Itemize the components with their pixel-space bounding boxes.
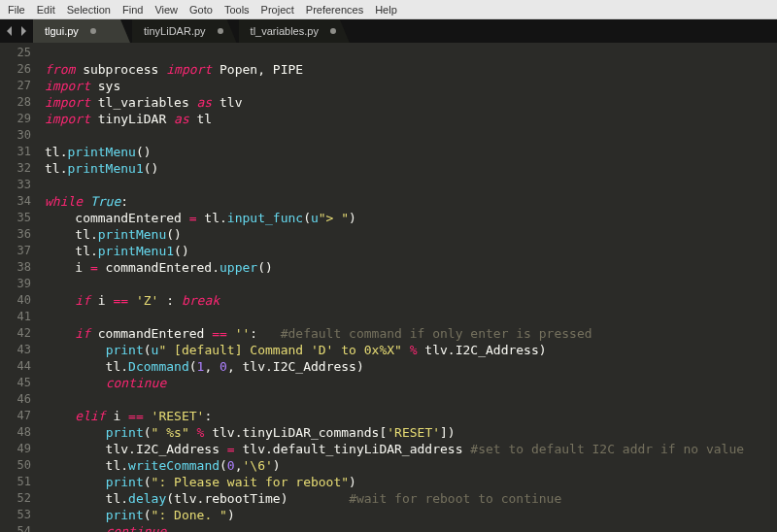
menu-tools[interactable]: Tools (219, 4, 255, 16)
code-line[interactable]: elif i == 'RESET': (45, 408, 777, 424)
code-line[interactable]: tl.delay(tlv.rebootTime) #wait for reboo… (45, 490, 777, 507)
code-line[interactable] (45, 391, 777, 408)
tab-tinylidar-py[interactable]: tinyLiDAR.py (132, 19, 237, 43)
line-number: 52 (0, 490, 31, 507)
token-pun: ) (349, 475, 356, 489)
token-var: i (90, 293, 113, 308)
token-var: sys (90, 79, 120, 93)
code-line[interactable]: tl.printMenu1() (45, 160, 777, 177)
token-pun: , (235, 458, 243, 473)
code-area[interactable]: from subprocess import Popen, PIPEimport… (39, 43, 777, 532)
menu-edit[interactable]: Edit (31, 4, 61, 16)
code-line[interactable]: tl.printMenu() (45, 226, 777, 243)
code-line[interactable]: import tl_variables as tlv (45, 94, 777, 111)
menu-selection[interactable]: Selection (61, 4, 117, 16)
code-line[interactable]: print(u" [default] Command 'D' to 0x%X" … (45, 342, 777, 358)
token-op: == (113, 293, 128, 308)
tab-tl_variables-py[interactable]: tl_variables.py (239, 19, 350, 43)
code-line[interactable]: if commandEntered == '': #default comman… (45, 325, 777, 342)
token-var (128, 293, 136, 308)
code-line[interactable]: continue (45, 523, 777, 532)
token-pun: , (227, 359, 243, 374)
token-pun: : (204, 409, 212, 423)
menu-find[interactable]: Find (117, 4, 149, 16)
code-line[interactable]: print(": Please wait for reboot") (45, 474, 777, 490)
token-var: tl_variables (90, 95, 197, 110)
token-kw: continue (106, 524, 167, 532)
line-number: 41 (0, 309, 31, 325)
tab-nav-left-icon[interactable] (6, 22, 14, 40)
token-var (45, 475, 106, 489)
token-kw: import (45, 112, 90, 126)
code-line[interactable]: import sys (45, 78, 777, 94)
code-line[interactable]: import tinyLiDAR as tl (45, 111, 777, 127)
line-number: 38 (0, 259, 31, 276)
token-var: I2C_Address (136, 442, 220, 456)
token-var: I2C_Address (273, 359, 356, 374)
token-cmt: #set to default I2C addr if no value (470, 442, 744, 456)
token-var: I2C_Address (456, 343, 539, 357)
token-pun: () (144, 161, 159, 176)
code-line[interactable]: continue (45, 375, 777, 391)
line-number: 30 (0, 127, 31, 144)
tab-tlgui-py[interactable]: tlgui.py (33, 19, 130, 43)
tab-bar: tlgui.pytinyLiDAR.pytl_variables.py (0, 19, 777, 43)
code-line[interactable]: i = commandEntered.upper() (45, 259, 777, 276)
code-line[interactable] (45, 45, 777, 61)
line-number: 28 (0, 94, 31, 111)
code-line[interactable]: tlv.I2C_Address = tlv.default_tinyLiDAR_… (45, 441, 777, 457)
token-var (45, 293, 75, 308)
menu-project[interactable]: Project (255, 4, 300, 16)
token-fn: printMenu (67, 145, 135, 159)
token-cmt: #wait for reboot to continue (349, 491, 561, 506)
token-pun: : (250, 326, 257, 341)
token-var (144, 409, 152, 423)
code-editor[interactable]: 2526272829303132333435363738394041424344… (0, 43, 777, 532)
code-line[interactable]: tl.Dcommand(1, 0, tlv.I2C_Address) (45, 358, 777, 375)
token-var: rebootTime (204, 491, 280, 506)
line-number: 44 (0, 358, 31, 375)
code-line[interactable]: if i == 'Z' : break (45, 292, 777, 309)
code-line[interactable]: tl.printMenu1() (45, 243, 777, 259)
token-cmt: #default command if only enter is presse… (281, 326, 592, 341)
menu-file[interactable]: File (2, 4, 31, 16)
tab-label: tl_variables.py (251, 25, 319, 37)
menu-view[interactable]: View (149, 4, 184, 16)
token-kw: import (166, 62, 212, 77)
code-line[interactable]: print(" %s" % tlv.tinyLiDAR_commands['RE… (45, 424, 777, 441)
token-var: tl (45, 145, 60, 159)
token-var: tl (45, 161, 60, 176)
menu-preferences[interactable]: Preferences (300, 4, 369, 16)
code-line[interactable]: from subprocess import Popen, PIPE (45, 61, 777, 78)
menu-help[interactable]: Help (369, 4, 403, 16)
token-op: == (212, 326, 227, 341)
token-pun: ( (189, 359, 197, 374)
tab-label: tlgui.py (45, 25, 79, 37)
token-str: "> " (319, 211, 349, 225)
token-var (45, 425, 106, 440)
token-pun: ( (144, 475, 152, 489)
menu-goto[interactable]: Goto (184, 4, 219, 16)
code-line[interactable]: commandEntered = tl.input_func(u"> ") (45, 210, 777, 226)
code-line[interactable] (45, 276, 777, 292)
code-line[interactable] (45, 309, 777, 325)
token-fn: Dcommand (128, 359, 189, 374)
line-number: 43 (0, 342, 31, 358)
token-pun: . (120, 359, 128, 374)
token-fn: upper (220, 260, 257, 275)
code-line[interactable]: while True: (45, 193, 777, 210)
token-var (257, 326, 280, 341)
token-var (45, 376, 106, 390)
token-fn: u (311, 211, 319, 225)
code-line[interactable]: print(": Done. ") (45, 507, 777, 523)
token-var (189, 425, 197, 440)
code-line[interactable]: tl.printMenu() (45, 144, 777, 160)
token-kw: import (45, 95, 90, 110)
code-line[interactable]: tl.writeCommand(0,'\6') (45, 457, 777, 474)
code-line[interactable] (45, 127, 777, 144)
token-var: subprocess (75, 62, 166, 77)
tab-nav-right-icon[interactable] (19, 22, 27, 40)
token-var: PIPE (273, 62, 303, 77)
token-var: tl (45, 491, 120, 506)
code-line[interactable] (45, 177, 777, 193)
